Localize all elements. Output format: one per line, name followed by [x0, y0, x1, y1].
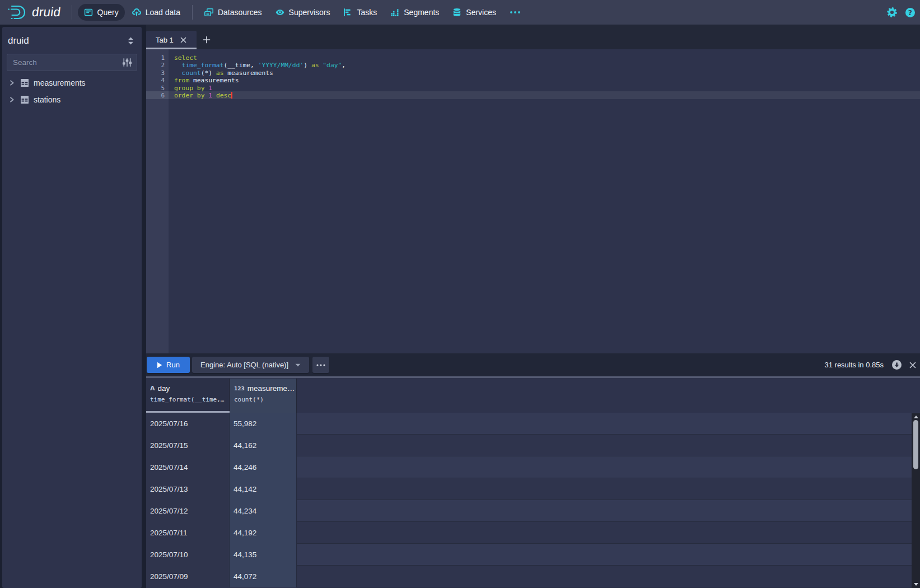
- tree-item-measurements[interactable]: measurements: [2, 74, 142, 91]
- nav-label: Datasources: [218, 8, 262, 17]
- table-row[interactable]: 2025/07/1655,982: [146, 413, 920, 435]
- string-type-icon: A: [150, 385, 155, 392]
- scroll-down-arrow[interactable]: [913, 582, 918, 587]
- nav-item-services[interactable]: Services: [446, 4, 502, 21]
- cell-day[interactable]: 2025/07/16: [146, 413, 230, 435]
- nav-item-supervisors[interactable]: Supervisors: [269, 4, 337, 21]
- close-results-button[interactable]: [909, 362, 916, 368]
- table-row[interactable]: 2025/07/1244,234: [146, 500, 920, 522]
- tab-close-button[interactable]: [180, 37, 186, 43]
- line-number: 4: [146, 77, 165, 84]
- cell-day[interactable]: 2025/07/11: [146, 522, 230, 544]
- nav-item-query[interactable]: Query: [78, 4, 125, 21]
- results-header: A day time_format(__time, 'YYYY/MM/dd') …: [146, 379, 920, 413]
- nav-label: Supervisors: [289, 8, 330, 17]
- database-icon: [452, 8, 461, 17]
- nav-items: Datasources Supervisors Tasks: [198, 0, 527, 25]
- column-header-measurements[interactable]: 123 measurements count(*): [230, 379, 297, 413]
- cell-measurements[interactable]: 44,135: [230, 544, 297, 566]
- code-line: time_format(__time, 'YYYY/MM/dd') as "da…: [174, 62, 920, 69]
- scroll-up-arrow[interactable]: [913, 414, 918, 419]
- engine-select-button[interactable]: Engine: Auto [SQL (native)]: [192, 357, 309, 373]
- swap-vertical-icon[interactable]: [127, 36, 134, 45]
- tree-item-label: measurements: [34, 78, 86, 87]
- run-button[interactable]: Run: [147, 357, 190, 373]
- query-more-button[interactable]: [312, 357, 329, 373]
- column-name: day: [158, 384, 170, 393]
- code-line: count(*) as measurements: [174, 69, 920, 77]
- settings-gear-button[interactable]: [887, 7, 897, 17]
- nav-label: Segments: [404, 8, 439, 17]
- filter-mixer-icon[interactable]: [122, 58, 132, 67]
- nav-label: Query: [97, 8, 119, 17]
- cell-day[interactable]: 2025/07/12: [146, 500, 230, 522]
- nav-item-segments[interactable]: Segments: [384, 4, 445, 21]
- run-label: Run: [166, 361, 180, 369]
- chevron-right-icon[interactable]: [7, 95, 16, 104]
- table-row[interactable]: 2025/07/1144,192: [146, 522, 920, 544]
- chevron-right-icon[interactable]: [7, 78, 16, 87]
- table-icon: [20, 78, 29, 87]
- cell-day[interactable]: 2025/07/15: [146, 435, 230, 456]
- code-line: from measurements: [174, 77, 920, 84]
- result-status: 31 results in 0.85s: [824, 361, 884, 369]
- line-number: 2: [146, 62, 165, 69]
- tree-item-stations[interactable]: stations: [2, 91, 142, 108]
- number-type-icon: 123: [234, 386, 245, 391]
- cell-day[interactable]: 2025/07/13: [146, 478, 230, 500]
- query-tab[interactable]: Tab 1: [146, 31, 197, 49]
- editor-gutter: 123456: [146, 49, 169, 353]
- scrollbar-thumb[interactable]: [913, 420, 918, 469]
- cell-measurements[interactable]: 44,246: [230, 456, 297, 478]
- tree-item-label: stations: [34, 95, 60, 104]
- vertical-scrollbar[interactable]: [912, 413, 920, 588]
- engine-label: Engine: Auto [SQL (native)]: [200, 361, 288, 369]
- nav-item-load-data[interactable]: Load data: [126, 4, 186, 21]
- application-icon: [84, 8, 93, 17]
- search-input[interactable]: [7, 54, 137, 71]
- sidebar-title: druid: [8, 35, 29, 46]
- text-cursor: [231, 92, 232, 99]
- top-nav: druid Query Load data: [0, 0, 920, 25]
- druid-logo-icon: [7, 3, 27, 21]
- cell-measurements[interactable]: 44,072: [230, 566, 297, 587]
- table-row[interactable]: 2025/07/1544,162: [146, 435, 920, 456]
- close-icon: [909, 362, 916, 368]
- cell-day[interactable]: 2025/07/09: [146, 566, 230, 587]
- cell-measurements[interactable]: 44,192: [230, 522, 297, 544]
- new-tab-button[interactable]: [199, 32, 214, 47]
- cell-measurements[interactable]: 44,142: [230, 478, 297, 500]
- download-results-button[interactable]: [892, 360, 902, 370]
- druid-console: druid Query Load data: [0, 0, 920, 588]
- panels-icon: [204, 8, 213, 17]
- nav-items: Query Load data: [77, 0, 187, 25]
- table-row[interactable]: 2025/07/1344,142: [146, 478, 920, 500]
- cell-measurements[interactable]: 55,982: [230, 413, 297, 435]
- line-number: 3: [146, 69, 165, 77]
- cell-day[interactable]: 2025/07/10: [146, 544, 230, 566]
- top-right-actions: ?: [887, 7, 920, 17]
- druid-logo[interactable]: druid: [0, 3, 67, 21]
- table-row[interactable]: 2025/07/0944,072: [146, 566, 920, 587]
- line-number: 1: [146, 54, 165, 62]
- code-line: group by 1: [174, 85, 920, 92]
- run-bar: Run Engine: Auto [SQL (native)] 31 resul…: [146, 353, 920, 376]
- column-name: measurements: [247, 384, 296, 393]
- code-line: order by 1 desc: [174, 92, 920, 99]
- nav-label: Load data: [146, 8, 180, 17]
- sql-editor[interactable]: 123456 select time_format(__time, 'YYYY/…: [146, 49, 920, 353]
- nav-more-button[interactable]: [503, 4, 527, 21]
- table-row[interactable]: 2025/07/1044,135: [146, 544, 920, 566]
- column-header-day[interactable]: A day time_format(__time, 'YYYY/MM/dd'): [146, 379, 230, 413]
- table-row[interactable]: 2025/07/1444,246: [146, 456, 920, 478]
- nav-item-tasks[interactable]: Tasks: [337, 4, 383, 21]
- editor-code: select time_format(__time, 'YYYY/MM/dd')…: [169, 49, 920, 353]
- nav-label: Tasks: [357, 8, 377, 17]
- gantt-icon: [343, 8, 352, 17]
- cell-day[interactable]: 2025/07/14: [146, 456, 230, 478]
- help-button[interactable]: ?: [905, 8, 915, 17]
- cell-measurements[interactable]: 44,162: [230, 435, 297, 456]
- nav-item-datasources[interactable]: Datasources: [198, 4, 268, 21]
- nav-separator: [72, 5, 72, 20]
- cell-measurements[interactable]: 44,234: [230, 500, 297, 522]
